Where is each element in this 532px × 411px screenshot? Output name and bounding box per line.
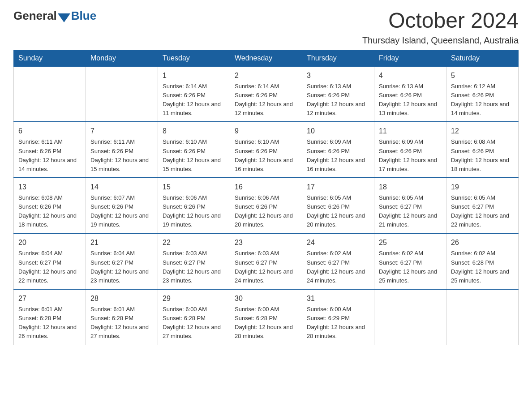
day-info: Sunrise: 6:03 AMSunset: 6:27 PMDaylight:… xyxy=(163,249,225,285)
calendar-week-row-2: 6Sunrise: 6:11 AMSunset: 6:26 PMDaylight… xyxy=(14,122,519,178)
day-info: Sunrise: 6:10 AMSunset: 6:26 PMDaylight:… xyxy=(235,137,297,174)
logo-area: General Blue xyxy=(13,9,96,23)
calendar-cell: 18Sunrise: 6:05 AMSunset: 6:27 PMDayligh… xyxy=(374,178,446,234)
logo-triangle-icon xyxy=(58,13,70,22)
day-number: 3 xyxy=(307,70,369,81)
day-info: Sunrise: 6:07 AMSunset: 6:26 PMDaylight:… xyxy=(90,193,153,230)
day-info: Sunrise: 6:14 AMSunset: 6:26 PMDaylight:… xyxy=(163,82,225,118)
calendar-cell xyxy=(374,289,446,345)
day-number: 8 xyxy=(163,126,225,137)
calendar-cell xyxy=(14,66,86,122)
day-number: 31 xyxy=(307,293,369,304)
day-number: 29 xyxy=(163,293,225,304)
calendar-cell: 28Sunrise: 6:01 AMSunset: 6:28 PMDayligh… xyxy=(86,289,158,345)
title-area: October 2024 Thursday Island, Queensland… xyxy=(362,9,519,46)
calendar-cell: 26Sunrise: 6:02 AMSunset: 6:28 PMDayligh… xyxy=(446,233,519,289)
weekday-header-monday: Monday xyxy=(86,50,158,66)
day-number: 27 xyxy=(18,293,81,304)
calendar-week-row-1: 1Sunrise: 6:14 AMSunset: 6:26 PMDaylight… xyxy=(14,66,519,122)
calendar-cell: 5Sunrise: 6:12 AMSunset: 6:26 PMDaylight… xyxy=(446,66,519,122)
day-info: Sunrise: 6:09 AMSunset: 6:26 PMDaylight:… xyxy=(379,137,442,174)
day-number: 25 xyxy=(379,237,442,248)
day-info: Sunrise: 6:01 AMSunset: 6:28 PMDaylight:… xyxy=(18,305,81,341)
calendar-cell: 24Sunrise: 6:02 AMSunset: 6:27 PMDayligh… xyxy=(302,233,374,289)
day-info: Sunrise: 6:11 AMSunset: 6:26 PMDaylight:… xyxy=(18,137,81,174)
calendar-table: SundayMondayTuesdayWednesdayThursdayFrid… xyxy=(13,50,519,345)
calendar-cell: 10Sunrise: 6:09 AMSunset: 6:26 PMDayligh… xyxy=(302,122,374,178)
day-info: Sunrise: 6:03 AMSunset: 6:27 PMDaylight:… xyxy=(235,249,297,285)
calendar-cell: 22Sunrise: 6:03 AMSunset: 6:27 PMDayligh… xyxy=(158,233,230,289)
calendar-cell: 17Sunrise: 6:05 AMSunset: 6:26 PMDayligh… xyxy=(302,178,374,234)
calendar-cell: 4Sunrise: 6:13 AMSunset: 6:26 PMDaylight… xyxy=(374,66,446,122)
day-info: Sunrise: 6:08 AMSunset: 6:26 PMDaylight:… xyxy=(451,137,514,174)
day-number: 5 xyxy=(451,70,514,81)
day-info: Sunrise: 6:13 AMSunset: 6:26 PMDaylight:… xyxy=(307,82,369,118)
day-number: 11 xyxy=(379,126,442,137)
logo-blue-text: Blue xyxy=(71,9,96,23)
calendar-cell: 8Sunrise: 6:10 AMSunset: 6:26 PMDaylight… xyxy=(158,122,230,178)
day-number: 20 xyxy=(18,237,81,248)
day-number: 23 xyxy=(235,237,297,248)
calendar-cell: 6Sunrise: 6:11 AMSunset: 6:26 PMDaylight… xyxy=(14,122,86,178)
page-header: General Blue October 2024 Thursday Islan… xyxy=(13,9,519,46)
day-info: Sunrise: 6:14 AMSunset: 6:26 PMDaylight:… xyxy=(235,82,297,118)
calendar-cell: 14Sunrise: 6:07 AMSunset: 6:26 PMDayligh… xyxy=(86,178,158,234)
calendar-cell: 25Sunrise: 6:02 AMSunset: 6:27 PMDayligh… xyxy=(374,233,446,289)
location-title: Thursday Island, Queensland, Australia xyxy=(362,35,519,46)
day-number: 12 xyxy=(451,126,514,137)
day-info: Sunrise: 6:02 AMSunset: 6:27 PMDaylight:… xyxy=(379,249,442,285)
calendar-cell: 15Sunrise: 6:06 AMSunset: 6:26 PMDayligh… xyxy=(158,178,230,234)
day-info: Sunrise: 6:10 AMSunset: 6:26 PMDaylight:… xyxy=(163,137,225,174)
day-info: Sunrise: 6:09 AMSunset: 6:26 PMDaylight:… xyxy=(307,137,369,174)
weekday-header-saturday: Saturday xyxy=(446,50,519,66)
day-number: 19 xyxy=(451,182,514,193)
day-info: Sunrise: 6:05 AMSunset: 6:27 PMDaylight:… xyxy=(451,193,514,230)
calendar-cell: 1Sunrise: 6:14 AMSunset: 6:26 PMDaylight… xyxy=(158,66,230,122)
day-number: 28 xyxy=(90,293,153,304)
logo: General Blue xyxy=(13,9,96,23)
calendar-week-row-5: 27Sunrise: 6:01 AMSunset: 6:28 PMDayligh… xyxy=(14,289,519,345)
weekday-header-sunday: Sunday xyxy=(14,50,86,66)
calendar-cell xyxy=(446,289,519,345)
day-number: 6 xyxy=(18,126,81,137)
day-info: Sunrise: 6:12 AMSunset: 6:26 PMDaylight:… xyxy=(451,82,514,118)
calendar-cell: 13Sunrise: 6:08 AMSunset: 6:26 PMDayligh… xyxy=(14,178,86,234)
calendar-cell: 23Sunrise: 6:03 AMSunset: 6:27 PMDayligh… xyxy=(230,233,302,289)
weekday-header-friday: Friday xyxy=(374,50,446,66)
month-year-title: October 2024 xyxy=(362,9,519,33)
day-number: 4 xyxy=(379,70,442,81)
day-number: 14 xyxy=(90,182,153,193)
calendar-cell: 29Sunrise: 6:00 AMSunset: 6:28 PMDayligh… xyxy=(158,289,230,345)
day-number: 7 xyxy=(90,126,153,137)
calendar-cell: 21Sunrise: 6:04 AMSunset: 6:27 PMDayligh… xyxy=(86,233,158,289)
day-info: Sunrise: 6:02 AMSunset: 6:28 PMDaylight:… xyxy=(451,249,514,285)
day-info: Sunrise: 6:02 AMSunset: 6:27 PMDaylight:… xyxy=(307,249,369,285)
day-info: Sunrise: 6:06 AMSunset: 6:26 PMDaylight:… xyxy=(235,193,297,230)
day-number: 15 xyxy=(163,182,225,193)
day-info: Sunrise: 6:11 AMSunset: 6:26 PMDaylight:… xyxy=(90,137,153,174)
day-number: 26 xyxy=(451,237,514,248)
calendar-cell: 3Sunrise: 6:13 AMSunset: 6:26 PMDaylight… xyxy=(302,66,374,122)
day-info: Sunrise: 6:13 AMSunset: 6:26 PMDaylight:… xyxy=(379,82,442,118)
day-info: Sunrise: 6:00 AMSunset: 6:29 PMDaylight:… xyxy=(307,305,369,341)
day-info: Sunrise: 6:00 AMSunset: 6:28 PMDaylight:… xyxy=(163,305,225,341)
day-info: Sunrise: 6:04 AMSunset: 6:27 PMDaylight:… xyxy=(90,249,153,285)
day-number: 17 xyxy=(307,182,369,193)
calendar-week-row-4: 20Sunrise: 6:04 AMSunset: 6:27 PMDayligh… xyxy=(14,233,519,289)
calendar-cell: 30Sunrise: 6:00 AMSunset: 6:28 PMDayligh… xyxy=(230,289,302,345)
day-number: 2 xyxy=(235,70,297,81)
weekday-header-thursday: Thursday xyxy=(302,50,374,66)
calendar-cell: 31Sunrise: 6:00 AMSunset: 6:29 PMDayligh… xyxy=(302,289,374,345)
day-number: 18 xyxy=(379,182,442,193)
day-number: 13 xyxy=(18,182,81,193)
day-number: 1 xyxy=(163,70,225,81)
day-info: Sunrise: 6:08 AMSunset: 6:26 PMDaylight:… xyxy=(18,193,81,230)
calendar-cell: 16Sunrise: 6:06 AMSunset: 6:26 PMDayligh… xyxy=(230,178,302,234)
day-info: Sunrise: 6:01 AMSunset: 6:28 PMDaylight:… xyxy=(90,305,153,341)
weekday-header-tuesday: Tuesday xyxy=(158,50,230,66)
calendar-cell: 12Sunrise: 6:08 AMSunset: 6:26 PMDayligh… xyxy=(446,122,519,178)
weekday-header-wednesday: Wednesday xyxy=(230,50,302,66)
day-info: Sunrise: 6:05 AMSunset: 6:27 PMDaylight:… xyxy=(379,193,442,230)
day-info: Sunrise: 6:04 AMSunset: 6:27 PMDaylight:… xyxy=(18,249,81,285)
day-number: 24 xyxy=(307,237,369,248)
